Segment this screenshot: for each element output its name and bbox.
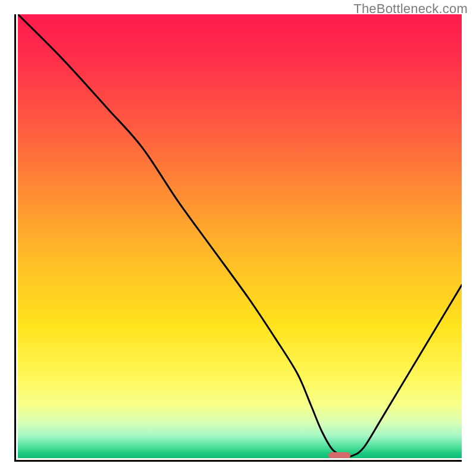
chart-root: TheBottleneck.com [0,0,476,476]
curve-layer [18,14,462,458]
axes-frame [14,14,462,462]
plot-area [18,14,462,458]
bottleneck-curve [18,14,462,456]
optimal-point-marker [328,452,350,458]
